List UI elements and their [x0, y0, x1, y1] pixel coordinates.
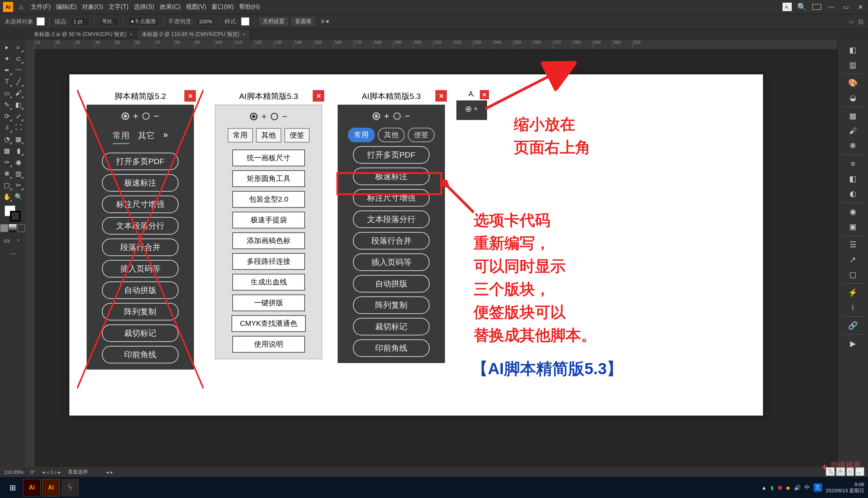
rotate-tool[interactable]: ⟳ [1, 110, 13, 122]
menu-window[interactable]: 窗口(W) [212, 3, 234, 11]
pen-tool[interactable]: ✒ [1, 64, 13, 76]
close-button[interactable]: ✕ [313, 90, 324, 102]
workspace-icon[interactable] [812, 4, 821, 10]
stroke-value[interactable]: 1 pt [71, 17, 90, 26]
tray-ime-icon[interactable]: 中 [804, 484, 810, 491]
brush-dropdown[interactable]: ● 5 点圆形 [128, 17, 159, 26]
panel-toggle-icon-2[interactable]: ▤ [858, 18, 863, 25]
doc-tab-1[interactable]: 未标题-2.ai @ 50 % (CMYK/CPU 预览)× [29, 30, 137, 39]
radio-on-icon[interactable] [250, 113, 258, 120]
script-button[interactable]: 段落行合并 [353, 232, 430, 250]
zoom-tool[interactable]: 🔍 [13, 191, 24, 202]
script-button[interactable]: 裁切标记 [102, 324, 179, 342]
shaper-tool[interactable]: ✎ [1, 99, 13, 110]
links-panel-icon[interactable]: 🔗 [846, 319, 860, 332]
script-button[interactable]: 标注尺寸增强 [102, 196, 179, 213]
tray-icon[interactable]: ▮ [771, 485, 774, 491]
search-icon[interactable]: 🔍 [797, 2, 807, 12]
style-swatch[interactable] [241, 17, 249, 26]
actions-panel-icon[interactable]: ⚡ [846, 286, 860, 299]
curvature-tool[interactable]: 〰 [13, 64, 24, 76]
script-button[interactable]: 使用说明 [232, 336, 305, 353]
appearance-panel-icon[interactable]: ◉ [846, 205, 860, 219]
color-guide-icon[interactable]: ◒ [846, 91, 860, 105]
asset-export-icon[interactable]: ↗ [846, 253, 860, 266]
ruler-horizontal[interactable]: 1020304050607080901001101201301401501601… [34, 40, 837, 49]
blend-tool[interactable]: ◉ [13, 156, 24, 168]
type-tool[interactable]: T [1, 76, 13, 87]
mini-panel-top[interactable]: A. [783, 3, 792, 11]
menu-file[interactable]: 文件(F) [31, 3, 51, 11]
menu-object[interactable]: 对象(O) [82, 3, 103, 11]
menu-edit[interactable]: 编辑(E) [56, 3, 76, 11]
script-button[interactable]: 添加画稿色标 [232, 232, 305, 249]
tab-notes[interactable]: 便签 [408, 128, 435, 142]
maximize-icon[interactable]: ▭ [841, 2, 850, 12]
script-button[interactable]: 文本段落分行 [353, 210, 430, 228]
graphic-styles-icon[interactable]: ▣ [846, 220, 860, 233]
script-button[interactable]: 印前角线 [353, 339, 430, 357]
eraser-tool[interactable]: ◧ [13, 99, 24, 110]
artboards-panel-icon[interactable]: ▢ [846, 268, 860, 281]
stroke-panel-icon[interactable]: ≡ [846, 157, 860, 171]
prefs-button[interactable]: 首选项 [291, 17, 315, 26]
tray-volume-icon[interactable]: 🔊 [794, 485, 801, 491]
opacity-value[interactable]: 100% [196, 17, 215, 26]
info-panel-icon[interactable]: i [846, 301, 860, 314]
close-tab-icon[interactable]: × [243, 32, 245, 37]
script-button[interactable]: CMYK查找潘通色 [231, 315, 306, 332]
clock[interactable]: 9:062023/8/13 星期日 [826, 482, 864, 493]
radio-on-icon[interactable] [466, 106, 471, 112]
tray-icon[interactable]: ▲ [761, 485, 767, 491]
edit-mode[interactable]: ▫ [13, 235, 24, 246]
layers-panel-icon[interactable]: ☰ [846, 238, 860, 251]
close-button[interactable]: ✕ [184, 90, 196, 102]
doc-setup-button[interactable]: 文档设置 [259, 17, 288, 26]
ruler-vertical[interactable] [25, 49, 34, 467]
script-button[interactable]: 插入页码等 [353, 253, 430, 271]
color-mode-row[interactable] [0, 224, 25, 232]
script-button[interactable]: 一键拼版 [232, 294, 305, 311]
script-button[interactable]: 打开多页PDF [102, 153, 179, 170]
script-button[interactable]: 阵列复制 [102, 303, 179, 320]
fill-stroke-control[interactable] [5, 205, 21, 222]
radio-on-icon[interactable] [121, 112, 129, 120]
screen-mode[interactable]: ▭ [1, 235, 13, 246]
magic-wand-tool[interactable]: ✦ [1, 53, 13, 64]
radio-on-icon[interactable] [372, 112, 380, 120]
fill-swatch[interactable] [36, 17, 45, 26]
start-button[interactable]: ⊞ [4, 479, 21, 496]
script-button[interactable]: 统一画板尺寸 [232, 150, 305, 166]
radio-off-icon[interactable] [142, 112, 150, 120]
swatches-panel-icon[interactable]: ▦ [846, 109, 860, 123]
symbols-panel-icon[interactable]: ❋ [846, 139, 860, 153]
tray-icon[interactable]: ⬣ [778, 485, 782, 491]
tray-keyboard-icon[interactable]: 五 [814, 483, 822, 492]
properties-panel-icon[interactable]: ◧ [846, 43, 860, 57]
selection-tool[interactable]: ▸ [1, 41, 13, 53]
shape-builder-tool[interactable]: ◔ [1, 133, 13, 145]
tab-common[interactable]: 常用 [113, 130, 130, 144]
mesh-tool[interactable]: ▩ [1, 145, 13, 156]
doc-tab-2[interactable]: 未标题-2 @ 110.65 % (CMYK/CPU 预览)× [137, 30, 250, 39]
script-button[interactable]: 阵列复制 [353, 296, 430, 314]
zoom-level[interactable]: 110.65% [4, 469, 23, 475]
script-button[interactable]: 打开多页PDF [353, 146, 430, 164]
script-button[interactable]: 极速标注 [102, 174, 179, 192]
menu-type[interactable]: 文字(T) [108, 3, 128, 11]
menu-select[interactable]: 选择(S) [134, 3, 154, 11]
close-button[interactable]: ✕ [435, 90, 447, 102]
menu-help[interactable]: 帮助(H) [239, 3, 260, 11]
play-icon[interactable]: ▶ [846, 337, 860, 350]
hand-tool[interactable]: ✋ [1, 191, 13, 202]
lasso-tool[interactable]: ⊂ [13, 53, 24, 64]
radio-off-icon[interactable] [393, 112, 401, 120]
tab-common[interactable]: 常用 [228, 128, 253, 143]
tab-other[interactable]: 其他 [378, 128, 405, 142]
gradient-tool[interactable]: ▮ [13, 145, 24, 156]
perspective-tool[interactable]: ▦ [13, 133, 24, 145]
color-panel-icon[interactable]: 🎨 [846, 76, 860, 90]
width-tool[interactable]: ⫴ [1, 122, 13, 133]
menu-view[interactable]: 视图(V) [186, 3, 206, 11]
home-icon[interactable]: ⌂ [16, 2, 26, 12]
